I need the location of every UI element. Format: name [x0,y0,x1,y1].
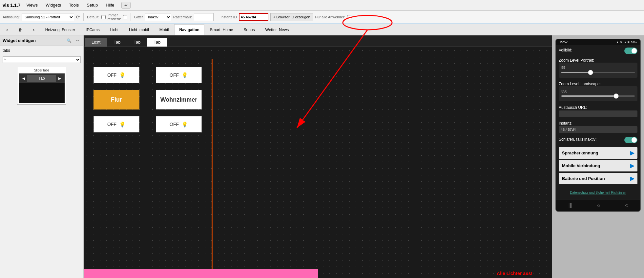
menu-views[interactable]: Views [23,1,41,9]
vis-tab-licht[interactable]: Licht [85,38,107,47]
phone-content: Vollbild: Zoom Level Portrait: 99 [556,45,640,200]
tab-sonos[interactable]: Sonos [239,24,260,35]
off-button-2[interactable]: OFF 💡 [156,67,202,83]
alle-anwender-label: Für alle Anwender: [315,15,345,19]
phone-status-icons: ✦ ❋ ✦ ❋ 81% [616,41,637,44]
zoom-portrait-thumb[interactable] [588,70,593,75]
tab-licht[interactable]: Licht [105,24,123,35]
vis-tab-tab3[interactable]: Tab [147,38,167,47]
batterie-position-btn[interactable]: Batterie und Position ▶ [559,173,637,184]
tab-mobil[interactable]: Mobil [155,24,174,35]
tab-ipcams[interactable]: IPCams [81,24,105,35]
zoom-portrait-track[interactable] [561,72,635,73]
zoom-portrait-slider-container: 99 [559,63,637,78]
nav-menu-icon[interactable]: ||| [568,203,572,208]
phone-time: 15:52 [559,40,568,44]
left-panel: Widget einfügen 🔍 ✏ tabs * SliderTabs ◄ … [0,35,84,278]
alle-lichter-aus-text: Alle Lichter aus! [497,271,532,276]
instanz-id-input[interactable] [239,13,268,21]
vis-tab-tab2[interactable]: Tab [127,38,147,47]
gitter-label: Gitter [134,15,143,19]
bulb-icon-4: 💡 [181,121,188,128]
vis-tab-tab1[interactable]: Tab [107,38,127,47]
alle-anwender-checkbox[interactable] [347,15,351,19]
default-label: Default: [87,15,99,19]
batterie-position-arrow: ▶ [630,175,634,182]
slider-tabs-widget[interactable]: ◄ Tab ► [19,73,65,83]
tab-nav-right[interactable]: › [28,24,39,35]
widget-header-title: Widget einfügen [3,38,64,43]
zoom-landscape-row: Zoom Level Landscape: 350 [559,82,637,101]
off-button-4[interactable]: OFF 💡 [156,116,202,132]
spracherkennung-label: Spracherkennung [562,150,598,155]
tab-delete[interactable]: 🗑 [13,24,27,35]
canvas-area[interactable]: Licht Tab Tab Tab OFF 💡 OFF 💡 [84,35,552,278]
tab-nav-left[interactable]: ‹ [1,24,13,35]
immer-rendern-checkbox[interactable] [123,15,127,19]
schlafen-toggle[interactable] [624,137,637,143]
phone-mockup: 15:52 ✦ ❋ ✦ ❋ 81% Vollbild: [555,39,641,212]
browser-id-button[interactable]: + Browser ID erzeugen [270,13,313,21]
search-icon[interactable]: 🔍 [66,37,72,44]
schlafen-label: Schlafen, falls inaktiv: [559,137,596,142]
canvas-container: Licht Tab Tab Tab OFF 💡 OFF 💡 [84,35,552,278]
tab-preview[interactable]: Tab [27,75,56,82]
bulb-icon-2: 💡 [181,72,188,78]
bulb-icon-1: 💡 [119,72,126,78]
tab-heizung-fenster[interactable]: Heizung_Fenster [40,24,80,35]
vollbild-toggle[interactable] [624,48,637,54]
zoom-portrait-value: 99 [561,66,565,70]
off-button-1[interactable]: OFF 💡 [93,67,139,83]
slider-tabs-preview: SliderTabs ◄ Tab ► [17,67,66,105]
bluetooth-icon: ✦ [616,41,619,44]
canvas-separator [212,59,213,278]
pencil-icon[interactable]: ✏ [74,37,81,44]
zoom-landscape-thumb[interactable] [613,93,619,99]
mobile-verbindung-arrow: ▶ [630,163,634,169]
main-area: Widget einfügen 🔍 ✏ tabs * SliderTabs ◄ … [0,35,644,278]
off-button-3[interactable]: OFF 💡 [93,116,139,132]
instanz-row: Instanz: [559,121,637,133]
menu-widgets[interactable]: Widgets [42,1,64,9]
filter-select[interactable]: * [3,56,81,63]
tab-wetter-news[interactable]: Wetter_News [260,24,294,35]
off-label-2: OFF [170,72,179,78]
refresh-icon[interactable]: ⟳ [76,14,80,20]
vollbild-row: Vollbild: [559,48,637,54]
nav-back-icon[interactable]: < [625,203,628,208]
menu-setup[interactable]: Setup [83,1,101,9]
zoom-landscape-track[interactable] [561,95,635,97]
wifi-icon: ❋ [620,41,623,44]
nav-home-icon[interactable]: ○ [597,203,600,208]
tab-smart-home[interactable]: Smart_Home [205,24,238,35]
menu-hilfe[interactable]: Hilfe [102,1,117,9]
wohnzimmer-button[interactable]: Wohnzimmer [156,90,202,109]
spracherkennung-btn[interactable]: Spracherkennung ▶ [559,147,637,159]
undo-button[interactable]: ↩ [121,2,131,9]
zoom-landscape-fill [561,95,616,97]
default-checkbox[interactable] [101,15,106,19]
rastermass-input[interactable] [194,13,214,21]
separator-3 [217,13,217,21]
vis-canvas-bg[interactable]: OFF 💡 OFF 💡 Flur Wohnzimmer [84,47,552,278]
widget-list: SliderTabs ◄ Tab ► [0,64,83,278]
zoom-landscape-value: 350 [561,89,567,93]
schlafen-toggle-knob [632,137,637,143]
menu-tools[interactable]: Tools [66,1,82,9]
widget-filter-select: * [0,55,83,64]
batterie-position-label: Batterie und Position [562,176,605,181]
instanz-input[interactable] [559,126,637,133]
gitter-select[interactable]: Inaktiv [145,13,171,21]
off-label-1: OFF [107,72,116,78]
zoom-portrait-label: Zoom Level Portrait: [559,58,594,63]
zoom-landscape-label: Zoom Level Landscape: [559,82,601,86]
mobile-verbindung-btn[interactable]: Mobile Verbindung ▶ [559,160,637,171]
privacy-link[interactable]: Datenschutz und Sicherheit Richtlinien [559,188,637,197]
tab-licht-mobil[interactable]: Licht_mobil [124,24,154,35]
widget-preview-title: SliderTabs [19,69,65,72]
austausch-url-input[interactable] [559,110,637,117]
resolution-select[interactable]: Samsung S2 - Portrait [22,13,74,21]
tab-navigation[interactable]: Navigation [174,24,204,35]
flur-button[interactable]: Flur [93,90,139,109]
spracherkennung-arrow: ▶ [630,150,634,156]
